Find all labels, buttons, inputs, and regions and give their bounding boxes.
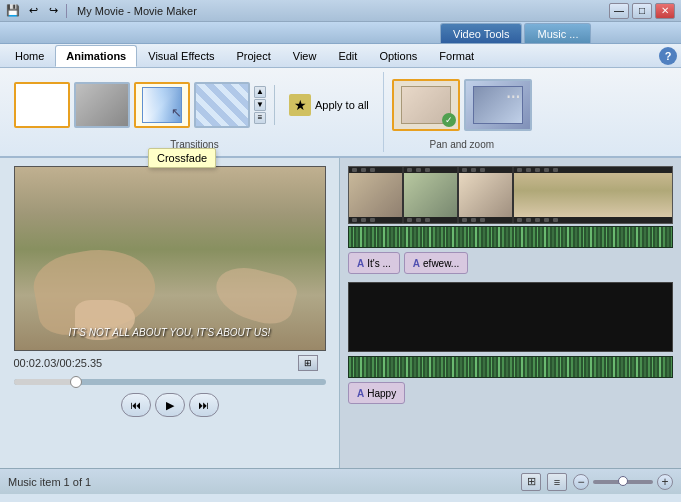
pan-zoom-animated[interactable]: ⋯ [464, 79, 532, 131]
text-clip-happy[interactable]: A Happy [348, 382, 405, 404]
timeline-icon[interactable]: ≡ [547, 473, 567, 491]
tab-visual-effects[interactable]: Visual Effects [137, 45, 225, 67]
zoom-slider: − + [573, 474, 673, 490]
status-right: ⊞ ≡ − + [521, 473, 673, 491]
minimize-button[interactable]: — [609, 3, 629, 19]
film-frame-1 [349, 167, 404, 223]
preview-caption: IT'S NOT ALL ABOUT YOU, IT'S ABOUT US! [15, 327, 325, 338]
transition-none[interactable] [14, 82, 70, 128]
film-strip-1 [349, 167, 673, 223]
help-button[interactable]: ? [659, 47, 677, 65]
pan-zoom-none[interactable]: ✓ [392, 79, 460, 131]
seek-thumb[interactable] [70, 376, 82, 388]
undo-button[interactable]: ↩ [24, 2, 42, 20]
ribbon-tab-bar: Home Animations Visual Effects Project V… [0, 44, 681, 68]
video-frame [15, 167, 325, 350]
preview-panel: IT'S NOT ALL ABOUT YOU, IT'S ABOUT US! 0… [0, 158, 340, 468]
text-clip-efwew[interactable]: A efwew... [404, 252, 468, 274]
pan-zoom-group-label: Pan and zoom [430, 135, 495, 150]
scroll-more-button[interactable]: ≡ [254, 112, 266, 124]
close-button[interactable]: ✕ [655, 3, 675, 19]
status-text: Music item 1 of 1 [8, 476, 91, 488]
preview-video: IT'S NOT ALL ABOUT YOU, IT'S ABOUT US! [14, 166, 326, 351]
redo-button[interactable]: ↪ [44, 2, 62, 20]
tab-animations[interactable]: Animations [55, 45, 137, 67]
timeline-clip-2: A Happy [348, 282, 673, 404]
save-button[interactable]: 💾 [4, 2, 22, 20]
play-button[interactable]: ▶ [155, 393, 185, 417]
transition-gray[interactable] [74, 82, 130, 128]
quick-access-toolbar: 💾 ↩ ↪ My Movie - Movie Maker — □ ✕ [0, 0, 681, 22]
apply-to-all-label: Apply to all [315, 99, 369, 111]
time-display-row: 00:02.03/00:25.35 ⊞ [14, 353, 326, 373]
main-content: IT'S NOT ALL ABOUT YOU, IT'S ABOUT US! 0… [0, 158, 681, 468]
timeline-clip-1: A It's ... A efwew... [348, 166, 673, 274]
zoom-in-button[interactable]: + [657, 474, 673, 490]
expand-button[interactable]: ⊞ [298, 355, 318, 371]
tool-tabs-bar: Video Tools Music ... [0, 22, 681, 44]
tab-format[interactable]: Format [428, 45, 485, 67]
tab-edit[interactable]: Edit [327, 45, 368, 67]
transitions-group: ↖ ▲ ▼ ≡ ★ Apply to all Transitions [6, 72, 384, 152]
tab-view[interactable]: View [282, 45, 328, 67]
tab-music-tools[interactable]: Music ... [524, 23, 591, 43]
timeline-panel: A It's ... A efwew... A Happy [340, 158, 681, 468]
clip-1-video[interactable] [348, 166, 673, 224]
transition-checker[interactable] [194, 82, 250, 128]
scroll-up-button[interactable]: ▲ [254, 86, 266, 98]
transitions-scroll: ▲ ▼ ≡ [254, 86, 266, 124]
status-bar: Music item 1 of 1 ⊞ ≡ − + [0, 468, 681, 494]
zoom-out-button[interactable]: − [573, 474, 589, 490]
tab-video-tools[interactable]: Video Tools [440, 23, 522, 43]
zoom-track[interactable] [593, 480, 653, 484]
zoom-thumb [618, 476, 628, 486]
rewind-button[interactable]: ⏮ [121, 393, 151, 417]
audio-wave-1[interactable] [348, 226, 673, 248]
film-frame-4 [514, 167, 673, 223]
forward-button[interactable]: ⏭ [189, 393, 219, 417]
tab-home[interactable]: Home [4, 45, 55, 67]
text-clips-2: A Happy [348, 382, 673, 404]
audio-wave-2[interactable] [348, 356, 673, 378]
transitions-group-label: Transitions [170, 135, 219, 150]
tab-options[interactable]: Options [368, 45, 428, 67]
playback-controls: ⏮ ▶ ⏭ [121, 393, 219, 417]
seek-fill [14, 379, 76, 385]
pan-zoom-group: ✓ ⋯ Pan and zoom [384, 72, 540, 152]
storyboard-icon[interactable]: ⊞ [521, 473, 541, 491]
text-clips-1: A It's ... A efwew... [348, 252, 673, 274]
seek-bar[interactable] [14, 379, 326, 385]
film-frame-3 [459, 167, 514, 223]
apply-to-all-button[interactable]: ★ Apply to all [283, 91, 375, 119]
clip-2-video[interactable] [348, 282, 673, 352]
maximize-button[interactable]: □ [632, 3, 652, 19]
time-display: 00:02.03/00:25.35 [14, 357, 103, 369]
film-frame-2 [404, 167, 459, 223]
window-title: My Movie - Movie Maker [77, 5, 197, 17]
scroll-down-button[interactable]: ▼ [254, 99, 266, 111]
ribbon-content: ↖ ▲ ▼ ≡ ★ Apply to all Transitions [0, 68, 681, 158]
transition-crossfade[interactable]: ↖ [134, 82, 190, 128]
apply-all-icon: ★ [289, 94, 311, 116]
tab-project[interactable]: Project [226, 45, 282, 67]
text-clip-its[interactable]: A It's ... [348, 252, 400, 274]
